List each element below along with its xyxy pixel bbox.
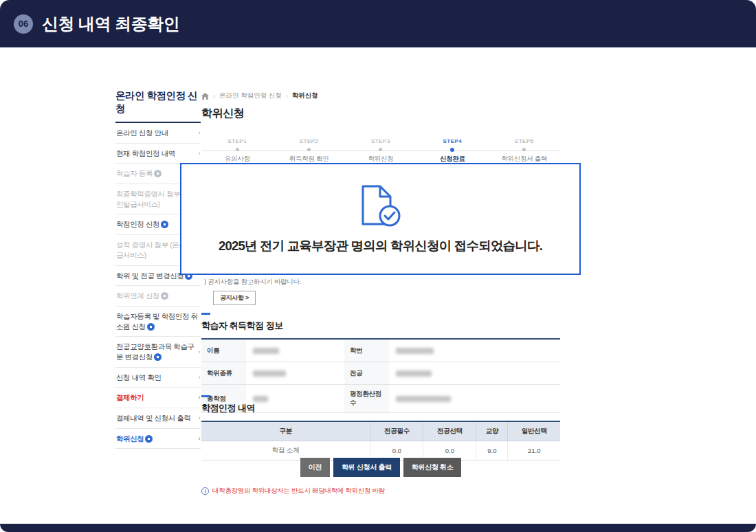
page-title: 학위신청 — [201, 107, 560, 121]
credit-summary-table: 구분 전공필수 전공선택 교양 일반선택 학점 소계 0.0 0.0 9.0 2… — [201, 421, 560, 461]
redacted-value — [389, 339, 560, 362]
section-dash — [201, 313, 210, 315]
chevron-right-icon: › — [198, 434, 200, 443]
cancel-application-button[interactable]: 학위신청 취소 — [403, 458, 462, 477]
breadcrumb-current: 학위신청 — [292, 91, 318, 100]
step-5: STEP5학위신청서 출력 — [489, 138, 560, 164]
home-icon[interactable] — [201, 93, 209, 100]
chevron-right-icon: › — [198, 149, 200, 158]
sidebar-item-payment-history[interactable]: 결제내역 및 신청서 출력 › — [115, 408, 201, 429]
main-content: › 온라인 학점인정 신청 › 학위신청 학위신청 STEP1유의사항 STEP… — [201, 91, 560, 166]
notice-text: ) 공지사항을 참고하시기 바랍니다. — [204, 278, 301, 287]
sidebar-item-degree-linkage[interactable]: 학위연계 신청 — [115, 286, 201, 307]
sidebar-item-application-check[interactable]: 신청 내역 확인 › — [115, 368, 201, 388]
breadcrumb-item[interactable]: 온라인 학점인정 신청 — [219, 91, 282, 100]
step-dot — [450, 148, 454, 152]
status-badge-icon — [154, 170, 162, 177]
section-dash — [201, 395, 210, 397]
step-3: STEP3학위신청 — [345, 138, 416, 164]
completion-message: 2025년 전기 교육부장관 명의의 학위신청이 접수되었습니다. — [219, 237, 542, 254]
step-number-badge: 06 — [14, 14, 33, 34]
annotation-title: 신청 내역 최종확인 — [42, 13, 179, 35]
previous-button[interactable]: 이전 — [300, 458, 330, 477]
table-header-row: 구분 전공필수 전공선택 교양 일반선택 — [201, 421, 560, 441]
notice: ) 공지사항을 참고하시기 바랍니다. 공지사항 > — [204, 278, 301, 305]
sidebar-item-course-category-change[interactable]: 전공교양호환과목 학습구분 변경신청 › — [115, 337, 201, 367]
chevron-right-icon: › — [198, 393, 200, 402]
step-dot — [236, 148, 239, 151]
action-buttons: 이전 학위 신청서 출력 학위신청 취소 — [201, 458, 560, 477]
step-dot — [307, 148, 311, 151]
page: 06 신청 내역 최종확인 온라인 학점인정 신청 온라인 신청 안내 › 현재… — [0, 0, 756, 532]
step-2: STEP2취득학점 확인 — [273, 138, 344, 164]
table-row: 학위종류 전공 — [201, 362, 560, 385]
breadcrumb-separator: › — [286, 93, 288, 100]
annotation-header: 06 신청 내역 최종확인 — [0, 0, 756, 47]
step-dot — [379, 148, 382, 151]
sidebar-item-cancellation-request[interactable]: 학습자등록 및 학점인정 취소원 신청 — [115, 307, 201, 337]
chevron-right-icon: › — [198, 129, 200, 137]
sidebar-title: 온라인 학점인정 신청 — [115, 89, 201, 123]
print-application-button[interactable]: 학위 신청서 출력 — [333, 458, 400, 477]
status-badge-icon — [147, 323, 155, 331]
status-badge-icon — [161, 292, 168, 300]
status-badge-icon — [145, 435, 153, 443]
learner-info-title: 학습자 취득학점 정보 — [201, 320, 560, 332]
step-4-active: STEP4신청완료 — [416, 138, 488, 164]
breadcrumb-separator: › — [213, 93, 215, 100]
notice-button[interactable]: 공지사항 > — [213, 291, 256, 305]
credit-summary-title: 학점인정 내역 — [201, 402, 560, 414]
info-icon: i — [201, 487, 209, 495]
completion-callout: 2025년 전기 교육부장관 명의의 학위신청이 접수되었습니다. — [180, 163, 581, 275]
footnote: i 대학총장명의 학위대상자는 반드시 해당대학에 학위신청 바람 — [201, 487, 385, 496]
redacted-value — [389, 362, 560, 385]
step-indicator: STEP1유의사항 STEP2취득학점 확인 STEP3학위신청 STEP4신청… — [201, 138, 560, 166]
status-badge-icon — [161, 221, 168, 228]
sidebar-item-current-credits[interactable]: 현재 학점인정 내역 › — [115, 144, 201, 164]
credit-summary-section: 학점인정 내역 구분 전공필수 전공선택 교양 일반선택 학점 소계 0.0 0… — [201, 395, 560, 461]
table-row: 이름 학번 — [201, 339, 560, 362]
bottom-bar — [0, 524, 756, 532]
breadcrumb: › 온라인 학점인정 신청 › 학위신청 — [201, 91, 560, 100]
chevron-right-icon: › — [198, 348, 200, 357]
step-dot — [522, 148, 526, 151]
sidebar-item-payment[interactable]: 결제하기 › — [115, 388, 201, 408]
chevron-right-icon: › — [198, 414, 200, 423]
chevron-right-icon: › — [198, 373, 200, 382]
sidebar-item-degree-application[interactable]: 학위신청 › — [115, 429, 201, 450]
redacted-value — [246, 362, 344, 385]
sidebar-item-online-guide[interactable]: 온라인 신청 안내 › — [115, 123, 201, 144]
footnote-text: 대학총장명의 학위대상자는 반드시 해당대학에 학위신청 바람 — [212, 487, 385, 496]
redacted-value — [246, 339, 344, 362]
document-check-icon — [361, 184, 401, 228]
status-badge-icon — [154, 353, 162, 361]
step-1: STEP1유의사항 — [201, 138, 273, 164]
